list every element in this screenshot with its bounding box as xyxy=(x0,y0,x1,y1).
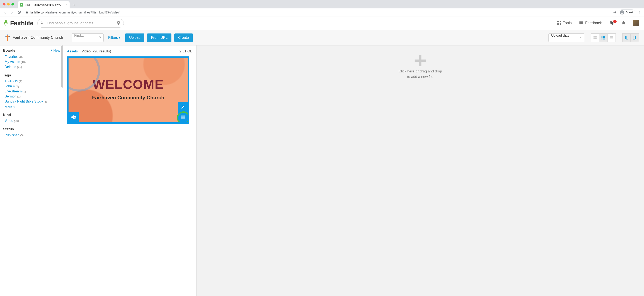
window-controls xyxy=(3,3,14,5)
sidebar-tag-item-count: (1) xyxy=(22,90,26,93)
back-button[interactable] xyxy=(2,9,8,15)
window-close-icon[interactable] xyxy=(3,3,6,5)
sidebar-tag-item-link[interactable]: LiveStream xyxy=(5,89,22,93)
view-large-grid-button[interactable] xyxy=(591,33,599,42)
sidebar-tag-item[interactable]: Sermon (1) xyxy=(3,94,60,99)
svg-rect-28 xyxy=(594,36,595,37)
svg-rect-29 xyxy=(595,36,597,37)
new-board-button[interactable]: + New xyxy=(50,49,60,52)
tab-favicon-icon xyxy=(20,3,23,6)
browser-tab[interactable]: Files - Fairhaven Community C × xyxy=(18,1,70,8)
sort-select[interactable]: Upload date xyxy=(548,33,584,42)
svg-rect-31 xyxy=(595,38,597,39)
notifications-button[interactable] xyxy=(620,21,628,25)
find-search-icon[interactable] xyxy=(98,36,102,39)
reload-button[interactable] xyxy=(16,9,22,15)
find-input[interactable] xyxy=(74,34,97,37)
feedback-button[interactable]: Feedback xyxy=(577,21,604,25)
sidebar-board-item-link[interactable]: My Assets xyxy=(5,60,20,64)
tools-button[interactable]: Tools xyxy=(555,21,573,25)
more-tags-link[interactable]: More » xyxy=(5,105,15,109)
logo[interactable]: Faithlife xyxy=(3,19,34,27)
svg-rect-33 xyxy=(603,36,604,37)
boards-heading: Boards xyxy=(3,48,16,53)
caret-down-icon: ▾ xyxy=(119,35,120,40)
plus-icon xyxy=(414,54,427,67)
app-header: Faithlife Tools Feedback 1 xyxy=(0,16,644,30)
crumb-assets[interactable]: Assets xyxy=(67,49,78,53)
sidebar-tag-item-count: (1) xyxy=(18,80,22,83)
sidebar-tag-item-link[interactable]: Sermon xyxy=(5,95,16,98)
upload-dropzone[interactable]: Click here or drag and drop to add a new… xyxy=(196,45,644,296)
asset-open-icon[interactable] xyxy=(178,102,188,112)
sidebar-board-item-count: (13) xyxy=(20,60,26,64)
tab-close-icon[interactable]: × xyxy=(66,3,68,6)
sort-label: Upload date xyxy=(551,34,569,37)
guest-profile-button[interactable]: Guest xyxy=(619,9,635,15)
sidebar-board-item[interactable]: My Assets (13) xyxy=(3,59,60,64)
svg-rect-10 xyxy=(557,21,558,22)
sidebar-board-item-link[interactable]: Favorites xyxy=(5,55,18,59)
asset-card[interactable]: WELCOME Fairhaven Community Church xyxy=(67,56,189,124)
asset-mute-icon[interactable] xyxy=(68,112,79,122)
panel-toggle-group xyxy=(622,33,639,42)
zoom-icon[interactable] xyxy=(612,9,618,15)
svg-line-27 xyxy=(100,38,101,38)
new-tab-button[interactable]: + xyxy=(71,2,77,8)
sidebar-tag-item-link[interactable]: Sunday Night Bible Study xyxy=(5,100,43,103)
group-name[interactable]: Fairhaven Community Church xyxy=(5,34,63,41)
sidebar-tag-item[interactable]: LiveStream (1) xyxy=(3,89,60,94)
sidebar-tag-item[interactable]: John 4 (1) xyxy=(3,84,60,89)
browser-menu-icon[interactable] xyxy=(636,9,642,15)
avatar-image xyxy=(633,20,639,26)
url-field[interactable]: faithlife.com/fairhaven-community-church… xyxy=(23,9,611,15)
svg-point-8 xyxy=(41,22,43,23)
scrollbar[interactable] xyxy=(61,45,63,88)
lock-icon xyxy=(26,11,29,14)
asset-details-icon[interactable] xyxy=(178,112,188,122)
forward-button[interactable] xyxy=(9,9,15,15)
content-area: Assets › Video (20 results) 2.51 GB WELC… xyxy=(63,45,196,296)
svg-rect-46 xyxy=(633,36,635,39)
from-url-button[interactable]: From URL xyxy=(147,33,171,42)
upload-button[interactable]: Upload xyxy=(125,33,144,42)
svg-rect-40 xyxy=(604,38,605,39)
svg-rect-36 xyxy=(603,37,604,38)
svg-rect-16 xyxy=(557,24,558,25)
group-name-label: Fairhaven Community Church xyxy=(13,35,63,40)
sidebar-board-item-link[interactable]: Deleted xyxy=(5,65,16,69)
user-avatar[interactable] xyxy=(631,20,641,26)
location-icon[interactable] xyxy=(116,21,121,25)
search-input[interactable] xyxy=(37,19,124,28)
svg-rect-45 xyxy=(626,36,628,39)
bell-icon xyxy=(621,21,626,25)
asset-subtitle: Fairhaven Community Church xyxy=(68,95,188,101)
messages-button[interactable]: 1 xyxy=(607,21,616,26)
panel-right-button[interactable] xyxy=(630,33,639,42)
sidebar-status-item-link[interactable]: Published xyxy=(5,133,20,137)
total-size: 2.51 GB xyxy=(180,49,192,53)
window-minimize-icon[interactable] xyxy=(7,3,10,5)
sidebar-tag-item[interactable]: Sunday Night Bible Study (1) xyxy=(3,99,60,104)
filters-button[interactable]: Filters ▾ xyxy=(106,35,122,40)
view-list-button[interactable] xyxy=(607,33,616,42)
sidebar-tag-item-count: (1) xyxy=(16,95,21,98)
create-button[interactable]: Create xyxy=(174,33,193,42)
sidebar-tag-item-link[interactable]: John 4 xyxy=(5,84,15,88)
sidebar-tag-item[interactable]: 10-16-19 (1) xyxy=(3,79,60,84)
sidebar-kind-item[interactable]: Video (20) xyxy=(3,118,60,123)
grid-icon xyxy=(556,21,561,25)
sidebar-board-item[interactable]: Favorites (0) xyxy=(3,54,60,59)
window-maximize-icon[interactable] xyxy=(12,3,14,5)
svg-rect-43 xyxy=(610,38,613,39)
sidebar-board-item[interactable]: Deleted (25) xyxy=(3,64,60,69)
svg-rect-14 xyxy=(558,22,560,23)
svg-rect-44 xyxy=(625,36,626,39)
sidebar-tag-item-link[interactable]: 10-16-19 xyxy=(5,79,18,83)
sidebar-status-item[interactable]: Published (5) xyxy=(3,133,60,138)
sort-select-wrap: Upload date xyxy=(548,33,584,42)
sidebar-kind-item-link[interactable]: Video xyxy=(5,119,13,123)
view-small-grid-button[interactable] xyxy=(599,33,608,42)
panel-left-button[interactable] xyxy=(622,33,631,42)
feedback-label: Feedback xyxy=(585,21,602,25)
